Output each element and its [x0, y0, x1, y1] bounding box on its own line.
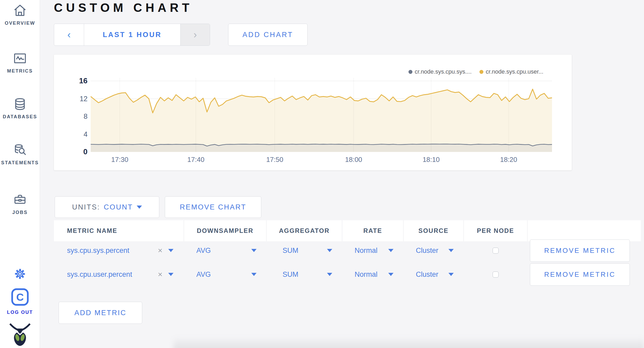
legend-label: cr.node.sys.cpu.sys.... — [415, 68, 472, 75]
svg-text:12: 12 — [80, 95, 88, 103]
svg-text:C: C — [16, 291, 24, 303]
rate-value: Normal — [355, 247, 377, 255]
units-dropdown[interactable]: UNITS: COUNT — [55, 196, 159, 218]
column-header-source: SOURCE — [404, 220, 463, 241]
svg-text:17:50: 17:50 — [266, 156, 283, 163]
downsampler-value: AVG — [196, 270, 211, 279]
svg-text:16: 16 — [79, 76, 88, 85]
cockroach-c-icon: C — [10, 287, 30, 308]
chevron-down-icon — [251, 273, 257, 276]
per-node-checkbox[interactable] — [493, 248, 499, 254]
legend-dot-user — [479, 70, 483, 74]
add-metric-button[interactable]: ADD METRIC — [59, 302, 142, 324]
svg-text:4: 4 — [84, 130, 88, 138]
svg-text:18:00: 18:00 — [345, 156, 362, 163]
aggregator-value: SUM — [283, 270, 298, 279]
metric-row: sys.cpu.user.percent × AVG SUM Normal Cl… — [54, 267, 641, 289]
chevron-right-icon: › — [193, 29, 197, 40]
sidebar-item-overview[interactable]: OVERVIEW — [0, 3, 40, 26]
aggregator-value: SUM — [283, 247, 298, 255]
sidebar-item-statements[interactable]: STATEMENTS — [0, 143, 40, 166]
chevron-down-icon — [251, 249, 257, 252]
svg-text:8: 8 — [84, 112, 88, 120]
aggregator-select[interactable]: SUM — [267, 243, 342, 258]
actions-cell: REMOVE METRIC — [528, 267, 641, 282]
column-header-aggregator: AGGREGATOR — [267, 220, 342, 241]
sidebar-item-label: STATEMENTS — [0, 160, 40, 166]
chevron-down-icon — [327, 249, 332, 252]
time-range-picker: ‹ LAST 1 HOUR › — [54, 24, 210, 46]
chart-card: 048121617:3017:4017:5018:0018:1018:20 cr… — [54, 55, 572, 170]
time-range-next-button[interactable]: › — [180, 24, 210, 45]
svg-text:0: 0 — [83, 147, 88, 156]
metric-name-select[interactable]: sys.cpu.user.percent × — [54, 267, 183, 282]
logout-button[interactable]: C LOG OUT — [0, 287, 40, 315]
sidebar-item-label: DATABASES — [0, 114, 40, 120]
chevron-down-icon — [168, 273, 173, 276]
cockroach-bug-icon — [7, 321, 33, 348]
chart-legend: cr.node.sys.cpu.sys.... cr.node.sys.cpu.… — [408, 68, 543, 75]
sidebar-item-label: JOBS — [0, 210, 40, 215]
rate-value: Normal — [355, 270, 377, 279]
column-header-actions — [528, 220, 641, 241]
database-icon — [13, 97, 27, 112]
page-bottom-shadow — [173, 336, 644, 348]
metric-row: sys.cpu.sys.percent × AVG SUM Normal Clu… — [54, 243, 641, 265]
rate-select[interactable]: Normal — [343, 243, 403, 258]
legend-label: cr.node.sys.cpu.user... — [486, 68, 543, 75]
clear-icon[interactable]: × — [158, 246, 162, 255]
metric-name-select[interactable]: sys.cpu.sys.percent × — [54, 243, 183, 258]
source-select[interactable]: Cluster — [404, 267, 463, 282]
metrics-table: METRIC NAME DOWNSAMPLER AGGREGATOR RATE … — [54, 220, 641, 289]
column-header-downsampler: DOWNSAMPLER — [184, 220, 266, 241]
actions-cell: REMOVE METRIC — [528, 243, 641, 258]
units-label: UNITS: — [72, 203, 100, 211]
logout-label: LOG OUT — [0, 310, 40, 315]
remove-chart-button[interactable]: REMOVE CHART — [165, 196, 261, 218]
source-value: Cluster — [416, 270, 438, 279]
legend-item-sys[interactable]: cr.node.sys.cpu.sys.... — [408, 68, 472, 75]
rate-select[interactable]: Normal — [343, 267, 403, 282]
metric-name-value: sys.cpu.user.percent — [67, 270, 132, 279]
sidebar-item-label: METRICS — [0, 68, 40, 74]
metrics-table-header: METRIC NAME DOWNSAMPLER AGGREGATOR RATE … — [54, 220, 641, 241]
sidebar-item-metrics[interactable]: METRICS — [0, 51, 40, 74]
settings-gear[interactable] — [0, 267, 40, 282]
sidebar: OVERVIEW METRICS DATABASES — [0, 0, 40, 348]
column-header-rate: RATE — [343, 220, 403, 241]
home-icon — [13, 3, 27, 19]
remove-metric-button[interactable]: REMOVE METRIC — [530, 263, 630, 286]
source-value: Cluster — [416, 247, 438, 255]
downsampler-select[interactable]: AVG — [184, 243, 266, 258]
legend-item-user[interactable]: cr.node.sys.cpu.user... — [479, 68, 543, 75]
svg-text:18:10: 18:10 — [423, 156, 440, 163]
chevron-left-icon: ‹ — [67, 29, 71, 40]
downsampler-select[interactable]: AVG — [184, 267, 266, 282]
aggregator-select[interactable]: SUM — [267, 267, 342, 282]
downsampler-value: AVG — [196, 247, 211, 255]
chevron-down-icon — [327, 273, 332, 276]
gear-icon — [13, 267, 27, 282]
cockroach-bug-logo — [0, 321, 40, 348]
remove-metric-button[interactable]: REMOVE METRIC — [530, 239, 630, 262]
metric-name-value: sys.cpu.sys.percent — [67, 247, 129, 255]
time-range-prev-button[interactable]: ‹ — [54, 24, 84, 45]
source-select[interactable]: Cluster — [404, 243, 463, 258]
chevron-down-icon — [448, 249, 454, 252]
legend-dot-sys — [408, 70, 412, 74]
chevron-down-icon — [388, 249, 393, 252]
svg-text:18:20: 18:20 — [500, 156, 517, 163]
sidebar-item-databases[interactable]: DATABASES — [0, 97, 40, 120]
chevron-down-icon — [388, 273, 393, 276]
sidebar-item-jobs[interactable]: JOBS — [0, 192, 40, 215]
per-node-cell — [464, 267, 527, 282]
clear-icon[interactable]: × — [158, 270, 162, 279]
per-node-checkbox[interactable] — [493, 272, 499, 278]
svg-text:17:40: 17:40 — [187, 156, 205, 163]
chevron-down-icon — [448, 273, 454, 276]
add-chart-button[interactable]: ADD CHART — [228, 24, 308, 46]
svg-text:17:30: 17:30 — [111, 156, 128, 163]
time-range-value[interactable]: LAST 1 HOUR — [84, 24, 180, 45]
chevron-down-icon — [137, 206, 142, 209]
statements-icon — [13, 143, 27, 158]
